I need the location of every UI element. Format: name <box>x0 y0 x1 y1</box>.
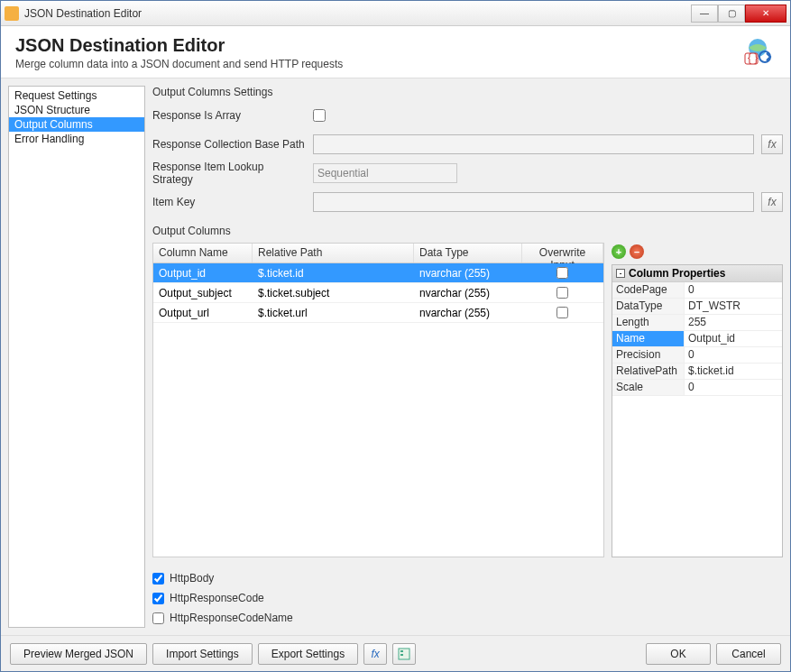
response-is-array-checkbox[interactable] <box>313 109 326 122</box>
import-settings-button[interactable]: Import Settings <box>152 643 253 665</box>
remove-column-button[interactable]: – <box>630 244 644 259</box>
window-title: JSON Destination Editor <box>24 7 691 20</box>
fx-button-base-path[interactable]: fx <box>761 134 783 154</box>
svg-rect-5 <box>400 654 403 656</box>
property-row[interactable]: CodePage0 <box>612 282 782 299</box>
columns-area: Column Name Relative Path Data Type Over… <box>152 243 783 557</box>
body: Request Settings JSON Structure Output C… <box>1 78 790 635</box>
overwrite-checkbox[interactable] <box>556 267 568 279</box>
close-button[interactable]: ✕ <box>745 5 786 23</box>
cell-data-type: nvarchar (255) <box>414 265 522 281</box>
cancel-button[interactable]: Cancel <box>716 643 781 665</box>
expression-editor-button[interactable]: fx <box>363 643 387 665</box>
fx-icon: fx <box>371 648 379 660</box>
sidebar-item-json-structure[interactable]: JSON Structure <box>9 103 144 117</box>
http-body-label: HttpBody <box>170 572 214 585</box>
property-row[interactable]: Precision0 <box>612 347 782 364</box>
http-checks: HttpBody HttpResponseCode HttpResponseCo… <box>152 568 783 628</box>
table-row[interactable]: Output_url$.ticket.urlnvarchar (255) <box>153 303 603 323</box>
cell-relative-path: $.ticket.id <box>253 265 414 281</box>
cell-column-name: Output_url <box>153 305 253 321</box>
cell-column-name: Output_subject <box>153 285 253 301</box>
property-value: 255 <box>685 315 782 330</box>
ok-button[interactable]: OK <box>646 643 711 665</box>
output-columns-label: Output Columns <box>152 225 783 237</box>
http-response-code-name-label: HttpResponseCodeName <box>170 612 293 624</box>
lookup-strategy-label: Response Item Lookup Strategy <box>152 161 306 186</box>
overwrite-checkbox[interactable] <box>556 287 568 299</box>
sidebar-item-request-settings[interactable]: Request Settings <box>9 88 144 103</box>
app-icon <box>5 6 19 21</box>
properties-grid: - Column Properties CodePage0DataTypeDT_… <box>612 264 783 557</box>
property-value: 0 <box>685 347 782 363</box>
base-path-input[interactable] <box>313 134 754 154</box>
overwrite-checkbox[interactable] <box>556 307 568 318</box>
http-response-code-name-checkbox[interactable] <box>152 612 164 624</box>
th-column-name[interactable]: Column Name <box>153 244 253 262</box>
property-key: Length <box>612 315 685 330</box>
http-response-code-name-row[interactable]: HttpResponseCodeName <box>152 612 783 624</box>
sidebar-item-output-columns[interactable]: Output Columns <box>9 117 144 132</box>
property-value: Output_id <box>685 331 782 346</box>
properties-toolbar: + – <box>612 243 783 261</box>
th-data-type[interactable]: Data Type <box>414 244 522 262</box>
row-item-key: Item Key fx <box>152 190 783 214</box>
cell-overwrite <box>522 265 603 281</box>
properties-header[interactable]: - Column Properties <box>612 265 782 282</box>
table-header: Column Name Relative Path Data Type Over… <box>153 244 603 263</box>
row-lookup-strategy: Response Item Lookup Strategy Sequential <box>152 161 783 185</box>
window-controls: — ▢ ✕ <box>691 5 786 23</box>
property-row[interactable]: Length255 <box>612 315 782 331</box>
property-row[interactable]: DataTypeDT_WSTR <box>612 299 782 315</box>
maximize-button[interactable]: ▢ <box>718 5 745 23</box>
cell-column-name: Output_id <box>153 265 253 281</box>
cell-overwrite <box>522 305 603 320</box>
window: JSON Destination Editor — ▢ ✕ JSON Desti… <box>0 0 791 672</box>
cell-overwrite <box>522 285 603 300</box>
schema-button[interactable] <box>392 643 416 665</box>
property-key: Name <box>612 331 685 346</box>
collapse-icon: - <box>616 269 625 278</box>
minimize-button[interactable]: — <box>691 5 718 23</box>
fx-button-item-key[interactable]: fx <box>761 192 783 212</box>
properties-panel: + – - Column Properties CodePage0DataTyp… <box>612 243 783 557</box>
preview-merged-json-button[interactable]: Preview Merged JSON <box>10 643 147 665</box>
response-is-array-label: Response Is Array <box>152 109 306 122</box>
footer: Preview Merged JSON Import Settings Expo… <box>1 635 790 671</box>
property-value: $.ticket.id <box>685 364 782 379</box>
table-row[interactable]: Output_subject$.ticket.subjectnvarchar (… <box>153 283 603 303</box>
cell-relative-path: $.ticket.url <box>253 305 414 321</box>
th-relative-path[interactable]: Relative Path <box>253 244 414 262</box>
page-subtitle: Merge column data into a JSON document a… <box>15 58 776 70</box>
http-response-code-row[interactable]: HttpResponseCode <box>152 592 783 604</box>
property-row[interactable]: Scale0 <box>612 380 782 396</box>
http-body-row[interactable]: HttpBody <box>152 572 783 585</box>
property-key: CodePage <box>612 282 685 298</box>
page-title: JSON Destination Editor <box>15 35 776 56</box>
add-column-button[interactable]: + <box>612 244 626 259</box>
property-key: RelativePath <box>612 364 685 379</box>
http-response-code-label: HttpResponseCode <box>170 592 264 604</box>
titlebar: JSON Destination Editor — ▢ ✕ <box>1 1 790 26</box>
svg-rect-4 <box>400 650 403 652</box>
sidebar: Request Settings JSON Structure Output C… <box>8 86 145 628</box>
item-key-label: Item Key <box>152 196 306 208</box>
property-row[interactable]: NameOutput_id <box>612 331 782 347</box>
columns-table: Column Name Relative Path Data Type Over… <box>152 243 604 557</box>
base-path-label: Response Collection Base Path <box>152 138 306 151</box>
export-settings-button[interactable]: Export Settings <box>258 643 358 665</box>
table-row[interactable]: Output_id$.ticket.idnvarchar (255) <box>153 263 603 283</box>
property-value: 0 <box>685 380 782 395</box>
th-overwrite-input[interactable]: Overwrite Input <box>522 244 603 262</box>
fx-icon: fx <box>768 196 776 208</box>
property-key: DataType <box>612 299 685 314</box>
fx-icon: fx <box>768 138 776 151</box>
lookup-strategy-select[interactable]: Sequential <box>313 163 457 183</box>
property-value: DT_WSTR <box>685 299 782 314</box>
item-key-input[interactable] <box>313 192 754 212</box>
sidebar-item-error-handling[interactable]: Error Handling <box>9 132 144 146</box>
http-body-checkbox[interactable] <box>152 573 164 585</box>
property-row[interactable]: RelativePath$.ticket.id <box>612 364 782 380</box>
http-response-code-checkbox[interactable] <box>152 593 164 604</box>
property-key: Precision <box>612 347 685 363</box>
